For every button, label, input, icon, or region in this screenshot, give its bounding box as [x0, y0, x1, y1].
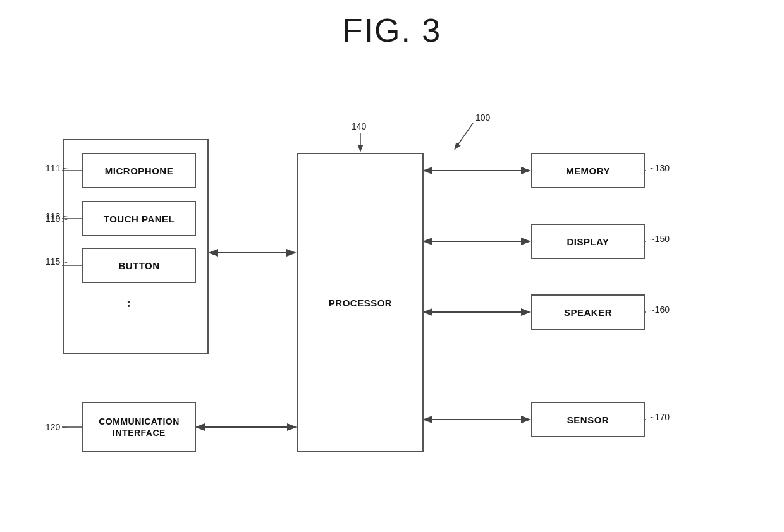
- ref-120: 120 ~: [46, 422, 68, 432]
- speaker-box: SPEAKER: [531, 294, 645, 330]
- processor-box: PROCESSOR: [297, 153, 424, 452]
- ref-113: 113 ~: [46, 211, 68, 221]
- ref-170: ~170: [650, 412, 670, 422]
- touch-panel-box: TOUCH PANEL: [82, 201, 196, 236]
- ref-150: ~150: [650, 234, 670, 244]
- comm-interface-box: COMMUNICATIONINTERFACE: [82, 402, 196, 452]
- microphone-box: MICROPHONE: [82, 153, 196, 188]
- figure-title: FIG. 3: [0, 0, 784, 49]
- display-box: DISPLAY: [531, 224, 645, 259]
- memory-box: MEMORY: [531, 153, 645, 188]
- ref-140: 140: [352, 121, 366, 131]
- ref-115: 115 ~: [46, 257, 68, 267]
- svg-line-6: [455, 123, 473, 148]
- ref-100: 100: [475, 112, 490, 123]
- diagram: MICROPHONE TOUCH PANEL BUTTON : COMMUNIC…: [0, 57, 784, 532]
- ref-160: ~160: [650, 305, 670, 315]
- page: FIG. 3: [0, 0, 784, 532]
- ref-111: 111 ~: [46, 163, 68, 173]
- button-box: BUTTON: [82, 248, 196, 283]
- ref-130: ~130: [650, 163, 670, 173]
- sensor-box: SENSOR: [531, 402, 645, 437]
- ellipsis: :: [126, 294, 133, 311]
